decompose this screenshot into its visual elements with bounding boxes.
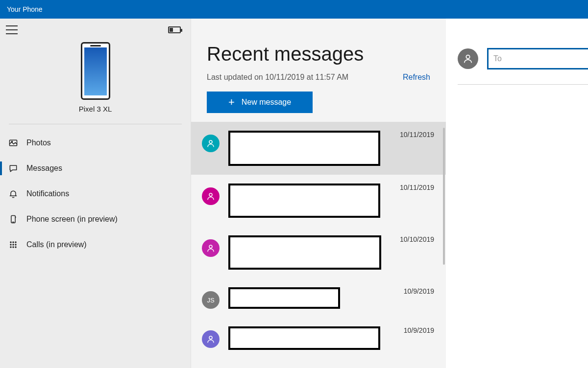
to-input-border	[487, 48, 588, 69]
thread-item[interactable]: JS10/9/2019	[191, 278, 446, 318]
avatar-person-icon	[202, 187, 220, 205]
thread-date: 10/10/2019	[400, 235, 434, 243]
nav-item-label: Phone screen (in preview)	[26, 215, 118, 224]
app-body: Pixel 3 XL PhotosMessagesNotificationsPh…	[0, 19, 588, 368]
svg-point-17	[466, 55, 469, 59]
avatar-person-icon	[202, 330, 220, 348]
svg-point-5	[13, 242, 14, 243]
titlebar: Your Phone	[0, 0, 588, 19]
battery-icon	[168, 26, 181, 33]
calls-icon	[8, 239, 19, 250]
avatar-initials: JS	[202, 291, 220, 309]
page-title: Recent messages	[207, 43, 430, 65]
thread-item[interactable]: 10/11/2019	[191, 175, 446, 227]
sidebar: Pixel 3 XL PhotosMessagesNotificationsPh…	[0, 19, 191, 368]
thread-date: 10/9/2019	[404, 326, 434, 334]
nav-item-calls[interactable]: Calls (in preview)	[0, 232, 191, 257]
plus-icon: +	[228, 97, 235, 108]
svg-point-10	[10, 247, 11, 248]
thread-list: 10/11/201910/11/201910/10/2019JS10/9/201…	[191, 122, 446, 368]
thread-item[interactable]: 10/10/2019	[191, 227, 446, 278]
nav-item-label: Messages	[26, 164, 62, 173]
divider	[9, 124, 182, 124]
nav-item-notifications[interactable]: Notifications	[0, 181, 191, 207]
scrollbar-thumb[interactable]	[443, 128, 445, 265]
svg-point-6	[15, 242, 16, 243]
messages-icon	[8, 163, 19, 174]
refresh-link[interactable]: Refresh	[403, 73, 430, 82]
thread-date: 10/9/2019	[404, 287, 434, 295]
subtitle-row: Last updated on 10/11/2019 at 11:57 AM R…	[207, 73, 430, 82]
svg-point-13	[209, 140, 212, 143]
svg-point-15	[209, 245, 212, 248]
svg-point-11	[13, 247, 14, 248]
messages-header: Recent messages Last updated on 10/11/20…	[191, 19, 446, 82]
svg-point-12	[15, 247, 16, 248]
svg-point-4	[10, 242, 11, 243]
avatar-person-icon	[202, 239, 220, 257]
phone-name: Pixel 3 XL	[79, 105, 112, 113]
messages-pane: Recent messages Last updated on 10/11/20…	[191, 19, 446, 368]
to-input[interactable]	[492, 54, 584, 64]
phone-preview: Pixel 3 XL	[0, 38, 191, 122]
nav-item-label: Calls (in preview)	[26, 240, 87, 249]
svg-point-1	[11, 141, 12, 142]
phone-illustration	[81, 42, 110, 100]
nav-item-label: Photos	[26, 138, 51, 147]
svg-point-7	[10, 244, 11, 245]
thread-item[interactable]: 10/9/2019	[191, 318, 446, 359]
svg-point-8	[13, 244, 14, 245]
nav-item-label: Notifications	[26, 189, 69, 198]
phonescreen-icon	[8, 214, 19, 225]
redacted-content	[228, 131, 380, 166]
svg-point-9	[15, 244, 16, 245]
thread-date: 10/11/2019	[400, 131, 434, 138]
divider	[458, 84, 588, 85]
thread-date: 10/11/2019	[400, 184, 434, 191]
redacted-content	[228, 326, 380, 350]
last-updated-text: Last updated on 10/11/2019 at 11:57 AM	[207, 73, 348, 82]
svg-point-14	[209, 193, 212, 196]
nav-item-messages[interactable]: Messages	[0, 156, 191, 181]
redacted-content	[228, 287, 340, 309]
hamburger-icon[interactable]	[6, 25, 18, 34]
thread-item[interactable]: 10/11/2019	[191, 122, 446, 175]
app-title: Your Phone	[7, 5, 43, 13]
nav-item-photos[interactable]: Photos	[0, 130, 191, 156]
svg-point-16	[209, 336, 212, 339]
to-row	[458, 48, 588, 69]
new-message-label: New message	[242, 98, 291, 107]
nav-list: PhotosMessagesNotificationsPhone screen …	[0, 127, 191, 257]
compose-pane	[446, 19, 588, 368]
person-icon	[458, 48, 478, 69]
nav-item-phonescreen[interactable]: Phone screen (in preview)	[0, 207, 191, 232]
redacted-content	[228, 184, 380, 218]
new-message-button[interactable]: + New message	[207, 92, 313, 113]
photos-icon	[8, 138, 19, 148]
sidebar-top	[0, 19, 191, 38]
redacted-content	[228, 235, 381, 270]
avatar-person-icon	[202, 135, 220, 152]
notifications-icon	[8, 188, 19, 199]
